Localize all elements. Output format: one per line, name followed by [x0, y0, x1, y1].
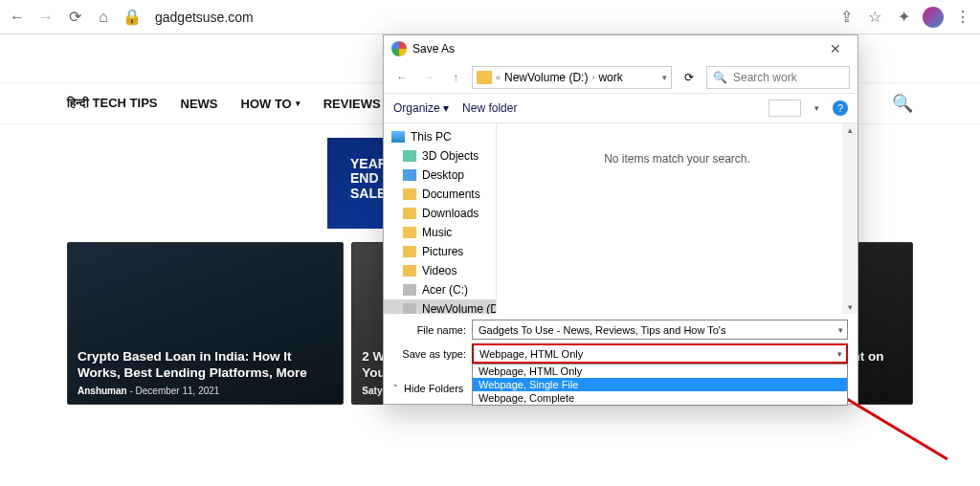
url-text[interactable]: gadgetsuse.com: [155, 10, 254, 25]
article-card[interactable]: Crypto Based Loan in India: How It Works…: [67, 242, 344, 405]
tree-videos[interactable]: Videos: [384, 261, 496, 280]
share-icon[interactable]: ⇪: [836, 8, 856, 27]
tree-pictures[interactable]: Pictures: [384, 242, 496, 261]
dialog-fields: File name: Gadgets To Use - News, Review…: [384, 314, 858, 373]
dialog-title: Save As: [412, 42, 821, 55]
nav-item-reviews[interactable]: REVIEWS: [323, 97, 381, 111]
nav-item-news[interactable]: NEWS: [181, 97, 218, 111]
forward-icon[interactable]: →: [36, 8, 56, 27]
type-option-single-file[interactable]: Webpage, Single File: [473, 378, 847, 391]
folder-icon: [477, 71, 492, 84]
avatar[interactable]: [923, 7, 944, 28]
chevron-down-icon: ▾: [837, 349, 842, 359]
article-meta: Anshuman - December 11, 2021: [78, 386, 333, 396]
type-option-complete[interactable]: Webpage, Complete: [473, 391, 847, 405]
chrome-icon: [391, 41, 407, 56]
search-input[interactable]: 🔍 Search work: [706, 66, 850, 89]
help-button[interactable]: ?: [833, 100, 848, 116]
new-folder-button[interactable]: New folder: [462, 101, 517, 115]
tree-newvolume-d[interactable]: NewVolume (D:): [384, 299, 496, 314]
refresh-button[interactable]: ⟳: [678, 66, 701, 89]
chevron-down-icon: ▾: [296, 99, 301, 108]
tree-desktop[interactable]: Desktop: [384, 166, 496, 185]
save-type-select[interactable]: Webpage, HTML Only ▾: [472, 343, 848, 364]
save-type-label: Save as type:: [393, 348, 466, 360]
tree-downloads[interactable]: Downloads: [384, 204, 496, 223]
reload-icon[interactable]: ⟳: [65, 8, 84, 27]
dialog-nav: ← → ↑ « NewVolume (D:) › work ▾ ⟳ 🔍 Sear…: [384, 62, 858, 93]
type-option-html-only[interactable]: Webpage, HTML Only: [473, 364, 847, 378]
extensions-icon[interactable]: ✦: [894, 8, 913, 27]
file-name-label: File name:: [393, 324, 466, 336]
tree-documents[interactable]: Documents: [384, 185, 496, 204]
back-icon[interactable]: ←: [8, 8, 27, 27]
empty-message: No items match your search.: [604, 152, 750, 166]
save-type-dropdown: Webpage, HTML Only Webpage, Single File …: [472, 364, 848, 406]
hide-folders-button[interactable]: ˄ Hide Folders: [393, 383, 463, 394]
tree-music[interactable]: Music: [384, 223, 496, 242]
search-icon: 🔍: [713, 71, 727, 84]
nav-item-howto[interactable]: HOW TO▾: [241, 97, 301, 111]
file-name-input[interactable]: Gadgets To Use - News, Reviews, Tips and…: [472, 320, 848, 340]
chevron-down-icon[interactable]: ▾: [814, 103, 819, 113]
tree-this-pc[interactable]: This PC: [384, 127, 496, 146]
view-options[interactable]: [768, 99, 801, 117]
dialog-toolbar: Organize ▾ New folder ▾ ?: [384, 93, 858, 123]
search-icon[interactable]: 🔍: [892, 93, 913, 114]
dialog-body: This PC 3D Objects Desktop Documents Dow…: [384, 123, 858, 314]
star-icon[interactable]: ☆: [865, 8, 884, 27]
home-icon[interactable]: ⌂: [94, 8, 113, 27]
nav-back-button[interactable]: ←: [391, 67, 412, 88]
menu-icon[interactable]: ⋮: [953, 8, 972, 27]
tree-3d-objects[interactable]: 3D Objects: [384, 146, 496, 166]
close-button[interactable]: ✕: [821, 41, 850, 56]
chevron-down-icon[interactable]: ▾: [838, 325, 843, 335]
organize-button[interactable]: Organize ▾: [393, 101, 449, 115]
folder-tree: This PC 3D Objects Desktop Documents Dow…: [384, 123, 497, 314]
article-title: Crypto Based Loan in India: How It Works…: [78, 349, 333, 382]
nav-up-button[interactable]: ↑: [445, 67, 466, 88]
browser-toolbar: ← → ⟳ ⌂ 🔒 gadgetsuse.com ⇪ ☆ ✦ ⋮: [0, 0, 980, 34]
nav-forward-button[interactable]: →: [418, 67, 439, 88]
lock-icon: 🔒: [122, 8, 142, 27]
breadcrumb[interactable]: « NewVolume (D:) › work ▾: [472, 66, 672, 89]
tree-acer-c[interactable]: Acer (C:): [384, 280, 496, 299]
chevron-up-icon: ˄: [393, 384, 398, 393]
nav-item-hindi[interactable]: हिन्दी TECH TIPS: [67, 96, 158, 111]
chevron-down-icon[interactable]: ▾: [662, 73, 667, 82]
scrollbar[interactable]: ▴▾: [842, 123, 858, 314]
file-list: No items match your search. ▴▾: [497, 123, 858, 314]
dialog-titlebar: Save As ✕: [384, 35, 858, 62]
save-as-dialog: Save As ✕ ← → ↑ « NewVolume (D:) › work …: [383, 34, 858, 405]
